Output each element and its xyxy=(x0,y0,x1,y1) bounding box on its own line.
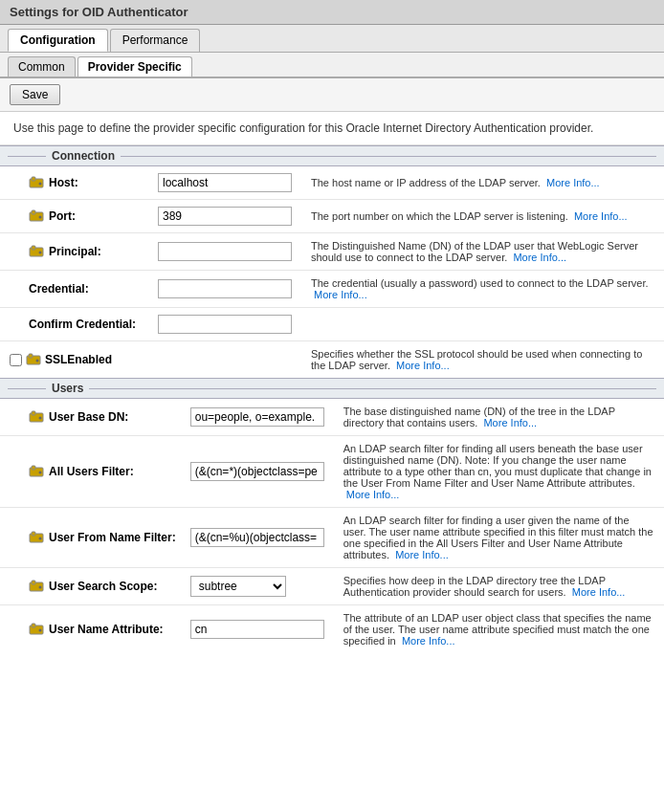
all-users-filter-description: An LDAP search filter for finding all us… xyxy=(343,443,652,489)
principal-more-info[interactable]: More Info... xyxy=(513,252,566,263)
credential-description: The credential (usually a password) used… xyxy=(311,277,649,289)
user-from-name-filter-icon xyxy=(29,530,44,545)
svg-rect-19 xyxy=(32,532,35,536)
users-section-header: Users xyxy=(0,378,664,399)
svg-point-2 xyxy=(39,183,42,186)
ssl-description: Specifies whether the SSL protocol shoul… xyxy=(311,348,642,371)
svg-point-20 xyxy=(39,538,42,540)
svg-rect-4 xyxy=(32,210,35,214)
page-title-bar: Settings for OID Authenticator xyxy=(0,0,664,25)
svg-rect-22 xyxy=(32,581,35,584)
principal-row: Principal: The Distinguished Name (DN) o… xyxy=(0,233,664,271)
all-users-filter-input[interactable] xyxy=(190,462,324,481)
svg-rect-10 xyxy=(29,354,33,358)
user-search-scope-label: User Search Scope: xyxy=(49,580,157,593)
subtab-common[interactable]: Common xyxy=(8,56,76,77)
port-row: Port: The port number on which the LDAP … xyxy=(0,200,664,233)
ssl-row: SSLEnabled Specifies whether the SSL pro… xyxy=(0,341,664,379)
credential-row: Credential: The credential (usually a pa… xyxy=(0,271,664,308)
user-name-attribute-row: User Name Attribute: The attribute of an… xyxy=(0,605,664,654)
svg-rect-25 xyxy=(32,624,35,627)
port-icon xyxy=(29,208,44,224)
ssl-checkbox[interactable] xyxy=(10,354,22,366)
svg-point-17 xyxy=(39,472,42,474)
credential-label: Credential: xyxy=(29,282,89,296)
host-input[interactable] xyxy=(158,173,292,192)
all-users-filter-more-info[interactable]: More Info... xyxy=(346,489,400,500)
save-button[interactable]: Save xyxy=(10,84,60,105)
ssl-icon xyxy=(26,352,41,367)
host-description: The host name or IP address of the LDAP … xyxy=(311,177,541,188)
svg-point-11 xyxy=(36,360,39,362)
principal-description: The Distinguished Name (DN) of the LDAP … xyxy=(311,240,638,263)
host-label: Host: xyxy=(49,176,78,189)
svg-point-8 xyxy=(39,252,42,254)
port-label: Port: xyxy=(49,209,76,223)
user-base-dn-label: User Base DN: xyxy=(49,410,128,424)
confirm-credential-label: Confirm Credential: xyxy=(29,318,136,331)
main-tabs-row: Configuration Performance xyxy=(0,25,664,53)
user-base-dn-row: User Base DN: The base distinguished nam… xyxy=(0,399,664,436)
svg-rect-1 xyxy=(32,177,35,181)
user-name-attribute-more-info[interactable]: More Info... xyxy=(402,635,455,647)
connection-section-header: Connection xyxy=(0,145,664,166)
confirm-credential-row: Confirm Credential: xyxy=(0,308,664,341)
ssl-more-info[interactable]: More Info... xyxy=(396,360,450,371)
host-more-info[interactable]: More Info... xyxy=(546,177,600,188)
user-search-scope-icon xyxy=(29,579,44,594)
all-users-filter-label: All Users Filter: xyxy=(49,465,134,478)
user-base-dn-more-info[interactable]: More Info... xyxy=(483,417,537,428)
user-name-attribute-label: User Name Attribute: xyxy=(49,623,164,636)
description-area: Use this page to define the provider spe… xyxy=(0,112,664,145)
all-users-filter-row: All Users Filter: An LDAP search filter … xyxy=(0,436,664,508)
port-description: The port number on which the LDAP server… xyxy=(311,210,568,222)
description-text: Use this page to define the provider spe… xyxy=(13,121,593,135)
user-from-name-filter-input[interactable] xyxy=(190,528,324,547)
user-search-scope-description: Specifies how deep in the LDAP directory… xyxy=(343,575,606,598)
user-base-dn-input[interactable] xyxy=(190,407,324,427)
port-more-info[interactable]: More Info... xyxy=(574,210,628,222)
svg-point-26 xyxy=(39,629,42,632)
user-from-name-filter-description: An LDAP search filter for finding a user… xyxy=(343,515,653,560)
user-search-scope-select[interactable]: subtree onelevel xyxy=(190,576,286,597)
credential-more-info[interactable]: More Info... xyxy=(314,289,367,300)
user-from-name-filter-row: User From Name Filter: An LDAP search fi… xyxy=(0,508,664,568)
user-name-attribute-description: The attribute of an LDAP user object cla… xyxy=(343,612,652,647)
port-input[interactable] xyxy=(158,207,292,226)
all-users-filter-icon xyxy=(29,464,44,479)
svg-rect-16 xyxy=(32,466,35,470)
subtab-provider-specific[interactable]: Provider Specific xyxy=(77,56,192,77)
page-title: Settings for OID Authenticator xyxy=(10,5,188,19)
host-icon xyxy=(29,175,44,190)
user-from-name-filter-more-info[interactable]: More Info... xyxy=(395,549,449,560)
user-name-attribute-input[interactable] xyxy=(190,620,324,639)
svg-rect-7 xyxy=(32,246,35,250)
principal-icon xyxy=(29,244,44,259)
user-name-attribute-icon xyxy=(29,622,44,637)
ssl-label: SSLEnabled xyxy=(45,353,112,366)
svg-point-23 xyxy=(39,586,42,589)
sub-tabs-row: Common Provider Specific xyxy=(0,53,664,78)
principal-label: Principal: xyxy=(49,245,101,258)
svg-rect-13 xyxy=(32,411,35,415)
tab-performance[interactable]: Performance xyxy=(110,29,201,52)
tab-configuration[interactable]: Configuration xyxy=(8,29,108,52)
svg-point-5 xyxy=(39,216,42,219)
host-row: Host: The host name or IP address of the… xyxy=(0,166,664,200)
credential-input[interactable] xyxy=(158,279,292,298)
toolbar: Save xyxy=(0,78,664,112)
user-search-scope-row: User Search Scope: subtree onelevel Spec… xyxy=(0,568,664,605)
svg-point-14 xyxy=(39,417,42,420)
user-from-name-filter-label: User From Name Filter: xyxy=(49,531,176,544)
user-base-dn-icon xyxy=(29,409,44,425)
user-search-scope-more-info[interactable]: More Info... xyxy=(572,586,626,598)
confirm-credential-input[interactable] xyxy=(158,315,292,334)
principal-input[interactable] xyxy=(158,242,292,261)
user-base-dn-description: The base distinguished name (DN) of the … xyxy=(343,406,615,428)
